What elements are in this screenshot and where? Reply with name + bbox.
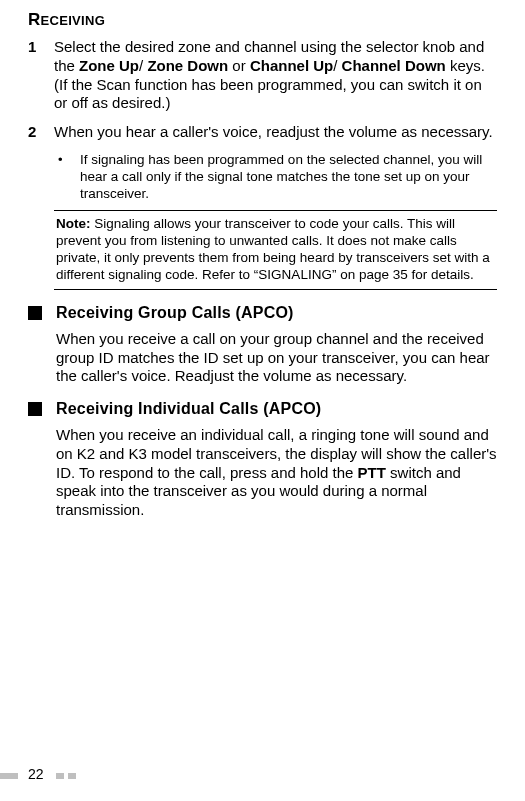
square-bullet-icon: [28, 306, 42, 320]
title-rest: ECEIVING: [41, 13, 106, 28]
bullet-text: If signaling has been programmed on the …: [80, 152, 497, 203]
page-footer: 22: [0, 769, 525, 783]
subsection-heading: Receiving Group Calls (APCO): [56, 304, 294, 322]
footer-bar-icon: [68, 773, 76, 779]
note-box: Note: Signaling allows your transceiver …: [54, 210, 497, 290]
step-body: When you hear a caller's voice, readjust…: [54, 123, 493, 142]
subsection-heading: Receiving Individual Calls (APCO): [56, 400, 321, 418]
bullet-marker: •: [54, 152, 80, 203]
subsection-heading-row: Receiving Individual Calls (APCO): [28, 400, 497, 418]
footer-bar-icon: [0, 773, 18, 779]
subsection-body: When you receive a call on your group ch…: [56, 330, 497, 386]
page-title: RECEIVING: [28, 10, 497, 30]
subsection-heading-row: Receiving Group Calls (APCO): [28, 304, 497, 322]
square-bullet-icon: [28, 402, 42, 416]
bullet-item: • If signaling has been programmed on th…: [54, 152, 497, 203]
page-number: 22: [28, 766, 44, 782]
step-number: 1: [28, 38, 54, 113]
step-2: 2 When you hear a caller's voice, readju…: [28, 123, 497, 142]
subsection-body: When you receive an individual call, a r…: [56, 426, 497, 520]
step-body: Select the desired zone and channel usin…: [54, 38, 497, 113]
title-first-letter: R: [28, 10, 41, 29]
step-1: 1 Select the desired zone and channel us…: [28, 38, 497, 113]
step-number: 2: [28, 123, 54, 142]
footer-bar-icon: [56, 773, 64, 779]
